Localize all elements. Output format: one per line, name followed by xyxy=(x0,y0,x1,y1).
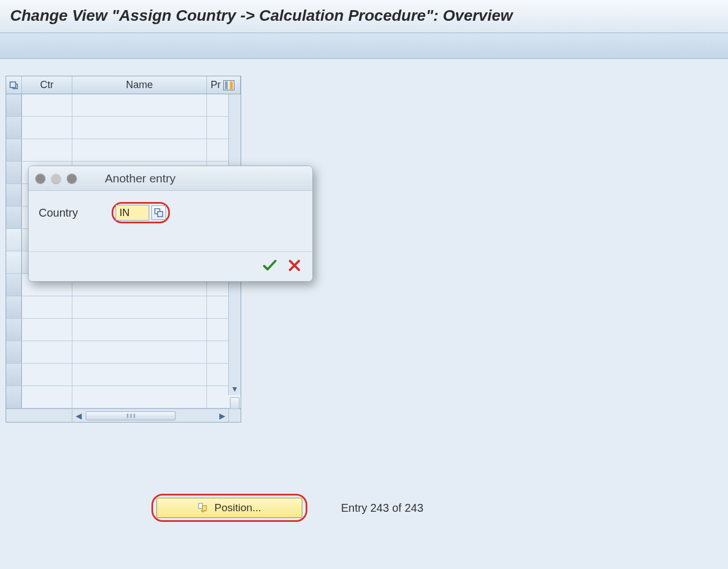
scrollbar-thumb[interactable] xyxy=(230,397,239,409)
dialog-footer xyxy=(29,251,312,281)
footer-bar: Position... Entry 243 of 243 xyxy=(0,494,728,522)
confirm-button[interactable] xyxy=(262,258,278,273)
cell-ctr[interactable] xyxy=(22,341,72,363)
scroll-left-icon[interactable]: ◀ xyxy=(73,411,84,420)
country-input[interactable] xyxy=(116,205,149,221)
another-entry-dialog: Another entry Country xyxy=(28,166,313,282)
cell-ctr[interactable] xyxy=(22,386,72,408)
row-selector[interactable] xyxy=(6,364,22,386)
cell-name[interactable] xyxy=(72,364,207,386)
select-all-button[interactable] xyxy=(6,76,22,94)
dialog-titlebar[interactable]: Another entry xyxy=(29,166,312,191)
cancel-button[interactable] xyxy=(287,258,302,273)
value-help-button[interactable] xyxy=(151,205,166,220)
cell-name[interactable] xyxy=(72,319,207,341)
cell-name[interactable] xyxy=(72,117,207,139)
svg-rect-4 xyxy=(202,506,206,511)
table-row[interactable] xyxy=(6,296,241,319)
select-all-icon xyxy=(10,81,19,90)
column-header-pr-label: Pr xyxy=(211,79,221,91)
cell-name[interactable] xyxy=(72,386,207,408)
row-selector[interactable] xyxy=(6,162,22,183)
cell-name[interactable] xyxy=(72,296,207,318)
check-icon xyxy=(262,259,277,272)
position-button-highlight: Position... xyxy=(151,494,307,522)
cross-icon xyxy=(288,259,301,272)
table-header-row: Ctr Name Pr xyxy=(6,76,241,94)
cell-ctr[interactable] xyxy=(22,364,72,386)
entry-counter: Entry 243 of 243 xyxy=(341,502,423,515)
row-selector[interactable] xyxy=(6,139,22,161)
row-selector[interactable] xyxy=(6,229,22,251)
table-row[interactable] xyxy=(6,341,241,364)
position-button-label: Position... xyxy=(214,502,261,514)
cell-ctr[interactable] xyxy=(22,117,72,139)
cell-ctr[interactable] xyxy=(22,94,72,116)
table-row[interactable] xyxy=(6,364,241,386)
svg-rect-3 xyxy=(199,503,202,508)
row-selector[interactable] xyxy=(6,296,22,318)
row-selector[interactable] xyxy=(6,94,22,116)
horizontal-scrollbar[interactable]: ◀ ▶ xyxy=(6,409,241,422)
scroll-right-icon[interactable]: ▶ xyxy=(217,411,227,420)
cell-ctr[interactable] xyxy=(22,139,72,161)
content-area: Ctr Name Pr ▼ xyxy=(0,59,728,439)
window-close-icon[interactable] xyxy=(35,173,45,183)
column-header-pr[interactable]: Pr xyxy=(207,76,241,94)
dialog-title: Another entry xyxy=(82,172,306,185)
title-bar: Change View "Assign Country -> Calculati… xyxy=(0,0,728,33)
row-selector[interactable] xyxy=(6,341,22,363)
window-minimize-icon[interactable] xyxy=(51,173,61,183)
row-selector[interactable] xyxy=(6,386,22,408)
dialog-body: Country xyxy=(29,191,312,251)
cell-name[interactable] xyxy=(72,341,207,363)
scroll-down-icon[interactable]: ▼ xyxy=(231,384,239,394)
table-row[interactable] xyxy=(6,117,241,139)
table-row[interactable] xyxy=(6,319,241,341)
table-row[interactable] xyxy=(6,94,241,117)
svg-rect-2 xyxy=(158,212,163,217)
page-title: Change View "Assign Country -> Calculati… xyxy=(10,7,718,25)
cell-name[interactable] xyxy=(72,139,207,161)
window-zoom-icon[interactable] xyxy=(67,173,77,183)
country-form-row: Country xyxy=(39,202,302,223)
table-settings-icon[interactable] xyxy=(223,80,234,90)
row-selector[interactable] xyxy=(6,319,22,341)
row-selector[interactable] xyxy=(6,251,22,273)
cell-ctr[interactable] xyxy=(22,296,72,318)
hscrollbar-thumb[interactable] xyxy=(86,411,176,420)
position-icon xyxy=(197,502,209,513)
cell-ctr[interactable] xyxy=(22,319,72,341)
row-selector[interactable] xyxy=(6,207,22,228)
column-header-name[interactable]: Name xyxy=(72,76,207,94)
table-row[interactable] xyxy=(6,386,241,409)
column-header-ctr[interactable]: Ctr xyxy=(22,76,72,94)
table-row[interactable] xyxy=(6,139,241,162)
application-toolbar xyxy=(0,33,728,59)
svg-rect-0 xyxy=(10,82,16,88)
row-selector[interactable] xyxy=(6,274,22,296)
row-selector[interactable] xyxy=(6,117,22,139)
cell-name[interactable] xyxy=(72,94,207,116)
value-help-icon xyxy=(154,208,163,217)
country-label: Country xyxy=(39,207,78,219)
position-button[interactable]: Position... xyxy=(156,498,302,518)
country-input-highlight xyxy=(112,202,170,223)
row-selector[interactable] xyxy=(6,184,22,206)
